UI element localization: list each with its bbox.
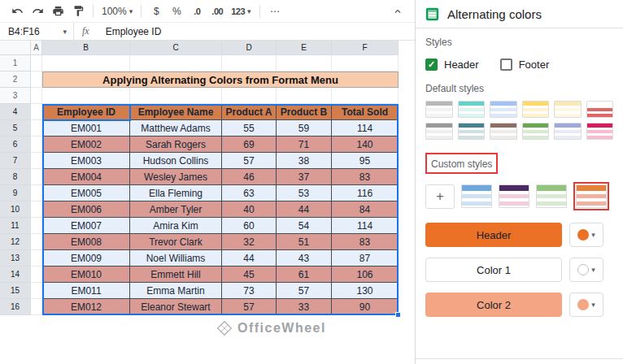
table-cell[interactable]: Amber Tyler <box>130 202 222 218</box>
table-cell[interactable]: 84 <box>332 202 399 218</box>
row-header-15[interactable]: 15 <box>0 283 31 299</box>
table-cell[interactable]: EM007 <box>42 218 130 234</box>
table-header-cell[interactable]: Employee ID <box>42 104 130 120</box>
table-cell[interactable]: Emmett Hill <box>130 266 222 283</box>
table-cell[interactable]: 114 <box>332 218 399 234</box>
header-checkbox[interactable]: ✓ Header <box>425 58 479 71</box>
empty-cell[interactable] <box>130 88 222 104</box>
table-cell[interactable]: 51 <box>277 234 332 250</box>
custom-style-3[interactable] <box>536 184 567 208</box>
paint-format-button[interactable] <box>69 2 87 20</box>
row-header-7[interactable]: 7 <box>0 153 31 169</box>
empty-cell[interactable] <box>31 218 42 234</box>
footer-checkbox[interactable]: Footer <box>500 58 550 71</box>
default-style-10[interactable] <box>522 123 550 140</box>
empty-cell[interactable] <box>31 136 42 153</box>
table-cell[interactable]: EM012 <box>42 299 130 315</box>
increase-decimal-button[interactable]: .00 <box>208 2 226 20</box>
table-cell[interactable]: 57 <box>222 153 277 169</box>
table-cell[interactable]: 38 <box>277 153 332 169</box>
empty-cell[interactable] <box>31 283 42 299</box>
table-cell[interactable]: EM010 <box>42 266 130 283</box>
table-cell[interactable]: 87 <box>332 250 399 266</box>
row-header-8[interactable]: 8 <box>0 169 31 185</box>
empty-cell[interactable] <box>31 104 42 120</box>
empty-cell[interactable] <box>31 153 42 169</box>
table-cell[interactable]: 43 <box>277 250 332 266</box>
empty-cell[interactable] <box>31 234 42 250</box>
table-cell[interactable]: Sarah Rogers <box>130 136 222 153</box>
table-cell[interactable]: 59 <box>277 120 332 136</box>
table-cell[interactable]: 45 <box>222 266 277 283</box>
worksheet-title-cell[interactable]: Applying Alternating Colors from Format … <box>42 72 399 88</box>
table-cell[interactable]: 83 <box>332 234 399 250</box>
custom-style-1[interactable] <box>461 184 492 208</box>
redo-button[interactable] <box>28 2 46 20</box>
custom-style-4[interactable] <box>576 184 607 208</box>
empty-cell[interactable] <box>31 250 42 266</box>
empty-cell[interactable] <box>277 55 332 72</box>
custom-style-2[interactable] <box>499 184 529 208</box>
table-header-cell[interactable]: Total Sold <box>332 104 399 120</box>
table-cell[interactable]: EM004 <box>42 169 130 185</box>
row-header-14[interactable]: 14 <box>0 266 31 283</box>
table-cell[interactable]: 33 <box>277 299 332 315</box>
table-cell[interactable]: EM006 <box>42 202 130 218</box>
column-header-A[interactable]: A <box>31 41 42 55</box>
decrease-decimal-button[interactable]: .0 <box>188 2 206 20</box>
column-header-E[interactable]: E <box>277 41 332 55</box>
collapse-toolbar-button[interactable] <box>389 2 407 20</box>
undo-button[interactable] <box>8 2 26 20</box>
table-cell[interactable]: 37 <box>277 169 332 185</box>
format-percent-button[interactable]: % <box>168 2 185 20</box>
empty-cell[interactable] <box>31 185 42 202</box>
header-style-button[interactable]: Header <box>425 223 562 247</box>
empty-cell[interactable] <box>31 88 42 104</box>
empty-cell[interactable] <box>42 88 130 104</box>
row-header-1[interactable]: 1 <box>0 55 31 72</box>
table-cell[interactable]: EM003 <box>42 153 130 169</box>
empty-cell[interactable] <box>31 299 42 315</box>
column-header-C[interactable]: C <box>130 41 222 55</box>
default-style-7[interactable] <box>425 123 453 140</box>
table-cell[interactable]: 140 <box>332 136 399 153</box>
color-1-color-dropdown[interactable]: ▾ <box>569 258 603 282</box>
formula-input[interactable]: Employee ID <box>98 26 162 37</box>
table-cell[interactable]: EM005 <box>42 185 130 202</box>
table-cell[interactable]: Matthew Adams <box>130 120 222 136</box>
table-cell[interactable]: 116 <box>332 185 399 202</box>
table-cell[interactable]: Noel Williams <box>130 250 222 266</box>
empty-cell[interactable] <box>31 120 42 136</box>
row-header-12[interactable]: 12 <box>0 234 31 250</box>
row-header-9[interactable]: 9 <box>0 185 31 202</box>
table-cell[interactable]: Amira Kim <box>130 218 222 234</box>
table-cell[interactable]: 114 <box>332 120 399 136</box>
table-cell[interactable]: EM009 <box>42 250 130 266</box>
zoom-select[interactable]: 100% ▾ <box>99 2 135 20</box>
default-style-4[interactable] <box>522 101 550 118</box>
color-2-color-dropdown[interactable]: ▾ <box>569 292 603 317</box>
table-cell[interactable]: EM008 <box>42 234 130 250</box>
empty-cell[interactable] <box>42 55 130 72</box>
column-header-F[interactable]: F <box>332 41 399 55</box>
more-formats-button[interactable]: 123 ▾ <box>229 2 253 20</box>
default-style-5[interactable] <box>554 101 582 118</box>
empty-cell[interactable] <box>222 88 277 104</box>
table-cell[interactable]: 44 <box>222 250 277 266</box>
print-button[interactable] <box>49 2 67 20</box>
default-style-6[interactable] <box>586 101 614 118</box>
table-cell[interactable]: 57 <box>277 283 332 299</box>
table-cell[interactable]: EM011 <box>42 283 130 299</box>
table-cell[interactable]: 32 <box>222 234 277 250</box>
empty-cell[interactable] <box>130 55 222 72</box>
empty-cell[interactable] <box>31 72 42 88</box>
table-cell[interactable]: 69 <box>222 136 277 153</box>
table-cell[interactable]: Hudson Collins <box>130 153 222 169</box>
empty-cell[interactable] <box>222 55 277 72</box>
table-cell[interactable]: 95 <box>332 153 399 169</box>
row-header-16[interactable]: 16 <box>0 299 31 315</box>
table-cell[interactable]: 53 <box>277 185 332 202</box>
empty-cell[interactable] <box>31 202 42 218</box>
fill-handle[interactable] <box>395 312 401 318</box>
color-1-style-button[interactable]: Color 1 <box>425 258 562 282</box>
